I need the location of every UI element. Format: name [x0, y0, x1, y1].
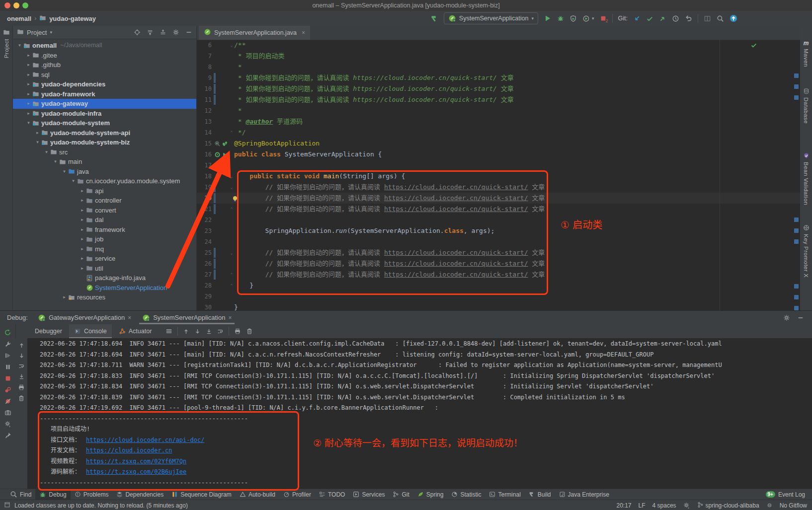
debug-view-tab-console[interactable]: Console	[69, 324, 112, 338]
code-line-13[interactable]: 13 * @author 芋道源码	[197, 116, 800, 127]
line-number[interactable]: 16	[197, 149, 214, 160]
breadcrumb-module[interactable]: yudao-gateway	[49, 15, 96, 22]
toolwindow-button-statistic[interactable]: Statistic	[447, 489, 485, 500]
line-number[interactable]: 19	[197, 182, 214, 193]
settings-icon[interactable]	[783, 314, 790, 321]
code-line-7[interactable]: 7 * 项目的启动类	[197, 51, 800, 62]
view-breakpoints-icon[interactable]	[4, 386, 11, 393]
tree-item-SystemServerApplication[interactable]: SystemServerApplication	[13, 283, 196, 293]
toolwindow-button-terminal[interactable]: Terminal	[485, 489, 524, 500]
line-number[interactable]: 20	[197, 193, 214, 204]
banner-link[interactable]: https://cloud.iocoder.cn	[86, 447, 172, 454]
fold-marker[interactable]: ⌃	[229, 269, 234, 280]
debug-session-tab-SystemServerApplication[interactable]: SystemServerApplication×	[139, 311, 235, 324]
line-number[interactable]: 12	[197, 105, 214, 116]
error-stripe-mark[interactable]	[794, 239, 799, 244]
line-number[interactable]: 13	[197, 116, 214, 127]
code-line-27[interactable]: 27⌃ // 如果你碰到启动的问题，请认真阅读 https://cloud.io…	[197, 269, 800, 280]
banner-link[interactable]: https://t.zsxq.com/02Yf6M7Qn	[86, 458, 186, 465]
scanleaf-icon[interactable]	[214, 141, 221, 147]
chevron-down-icon[interactable]: ▾	[50, 30, 52, 35]
chevron-down-icon[interactable]: ▾	[592, 16, 594, 21]
diff-icon[interactable]	[704, 15, 711, 22]
git-commit-icon[interactable]	[646, 15, 653, 22]
collapse-all-icon[interactable]	[147, 29, 154, 36]
error-stripe-mark[interactable]	[794, 73, 799, 78]
toolwindow-button-java-enterprise[interactable]: Java Enterprise	[555, 489, 613, 500]
move-top-icon[interactable]	[183, 328, 189, 335]
expand-all-icon[interactable]	[160, 29, 166, 36]
fold-marker[interactable]: ⌃	[229, 127, 234, 138]
tree-item-.github[interactable]: ▸.github	[13, 60, 196, 70]
chevron-right-icon[interactable]: ▸	[25, 51, 32, 61]
tree-item-service[interactable]: ▸service	[13, 254, 196, 264]
code-line-15[interactable]: 15@SpringBootApplication	[197, 138, 800, 149]
tree-item-controller[interactable]: ▸controller	[13, 196, 196, 206]
line-number[interactable]: 15	[197, 138, 214, 149]
error-stripe-mark[interactable]	[794, 228, 799, 233]
tree-item-api[interactable]: ▸api	[13, 186, 196, 196]
chevron-right-icon[interactable]: ▸	[25, 60, 32, 70]
code-line-14[interactable]: 14⌃ */	[197, 127, 800, 138]
pause-icon[interactable]	[4, 364, 11, 370]
run-line-icon[interactable]	[214, 173, 221, 180]
code-line-6[interactable]: 6⌄/**	[197, 40, 800, 51]
breadcrumb-project[interactable]: onemall	[7, 15, 31, 22]
debug-view-tab-actuator[interactable]: Actuator	[114, 324, 157, 338]
line-number[interactable]: 23	[197, 225, 214, 236]
soft-wrap-icon[interactable]	[18, 363, 25, 369]
move-bottom-icon[interactable]	[194, 328, 201, 335]
error-stripe[interactable]	[793, 40, 800, 310]
fold-marker[interactable]: ⌄	[229, 171, 234, 182]
line-number[interactable]: 18	[197, 171, 214, 182]
code-line-20[interactable]: 20 // 如果你碰到启动的问题，请认真阅读 https://cloud.ioc…	[197, 193, 800, 204]
build-hammer-icon[interactable]	[431, 15, 438, 22]
code-line-22[interactable]: 22	[197, 215, 800, 225]
run-button-icon[interactable]	[544, 14, 552, 22]
line-number[interactable]: 24	[197, 236, 214, 247]
layout-settings-icon[interactable]	[4, 421, 11, 428]
chevron-right-icon[interactable]: ▸	[25, 109, 32, 119]
chevron-right-icon[interactable]: ▸	[79, 206, 86, 216]
scroll-to-bottom-icon[interactable]	[18, 353, 25, 359]
fold-marker[interactable]: ⌃	[229, 280, 234, 291]
mute-breakpoints-icon[interactable]	[4, 398, 11, 405]
line-number[interactable]: 9	[197, 73, 214, 83]
console-output[interactable]: 2022-06-26 17:47:18.694 INFO 34671 --- […	[27, 338, 812, 489]
close-icon[interactable]: ×	[128, 314, 131, 321]
line-number[interactable]: 6	[197, 40, 214, 51]
line-number[interactable]: 17	[197, 160, 214, 171]
scroll-down-icon[interactable]	[206, 328, 212, 335]
stop-button[interactable]: 2	[600, 15, 607, 22]
tree-item-selected-yudao-gateway[interactable]: ▸yudao-gateway	[13, 99, 196, 109]
leafpair-icon[interactable]	[222, 141, 228, 147]
toolwindow-button-sequence-diagram[interactable]: Sequence Diagram	[167, 489, 236, 500]
tree-item-onemall[interactable]: ▾onemall~/Java/onemall	[13, 41, 196, 51]
fold-marker[interactable]: ⌄	[229, 247, 234, 258]
hide-panel-icon[interactable]	[797, 314, 804, 321]
close-icon[interactable]: ×	[228, 314, 232, 321]
ide-update-icon[interactable]	[730, 14, 737, 22]
code-line-30[interactable]: 30}	[197, 302, 800, 310]
tree-item-main[interactable]: ▾main	[13, 157, 196, 167]
error-stripe-mark[interactable]	[794, 218, 799, 222]
tree-item-yudao-module-infra[interactable]: ▸yudao-module-infra	[13, 109, 196, 119]
coverage-button-icon[interactable]	[569, 15, 577, 22]
history-icon[interactable]	[672, 15, 679, 22]
rollback-icon[interactable]	[685, 15, 692, 22]
chevron-down-icon[interactable]: ▾	[25, 118, 32, 128]
toolwindow-button-todo[interactable]: TODO	[315, 489, 349, 500]
toolwindow-button-git[interactable]: Git	[389, 489, 413, 500]
scroll-to-end-icon[interactable]	[18, 373, 25, 380]
toolwindow-button-auto-build[interactable]: Auto-build	[236, 489, 279, 500]
print-icon[interactable]	[234, 328, 241, 335]
line-number[interactable]: 28	[197, 280, 214, 291]
tree-item-mq[interactable]: ▸mq	[13, 244, 196, 254]
line-ending-indicator[interactable]: LF	[639, 502, 646, 509]
settings-icon[interactable]	[172, 29, 179, 36]
tree-item-package-info.java[interactable]: package-info.java	[13, 273, 196, 283]
code-line-28[interactable]: 28⌃ }	[197, 280, 800, 291]
chevron-down-icon[interactable]: ▾	[43, 147, 50, 157]
line-number[interactable]: 30	[197, 302, 214, 310]
code-line-17[interactable]: 17	[197, 160, 800, 171]
